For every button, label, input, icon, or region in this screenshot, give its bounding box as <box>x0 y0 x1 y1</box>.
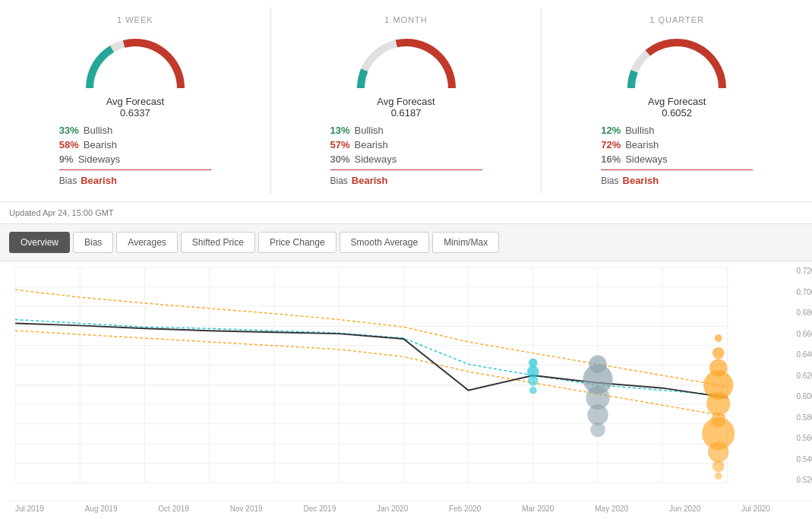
panel-1: 1 MONTH Avg Forecast0.6187 13%Bullish 57… <box>271 8 542 194</box>
gauge-svg <box>616 27 738 96</box>
svg-point-32 <box>590 422 605 438</box>
gauge-label: Avg Forecast0.6187 <box>377 96 434 119</box>
tab-price-change[interactable]: Price Change <box>258 232 336 253</box>
svg-point-37 <box>706 392 730 416</box>
stats: 13%Bullish 57%Bearish 30%Sideways BiasBe… <box>330 125 482 186</box>
panel-0: 1 WEEK Avg Forecast0.6337 33%Bullish 58%… <box>0 8 271 194</box>
svg-point-34 <box>712 347 725 359</box>
tab-minim/max[interactable]: Minim/Max <box>432 232 499 253</box>
svg-point-26 <box>528 375 539 386</box>
chart-area: 0.7200 0.7000 0.6800 0.6600 0.6400 0.620… <box>8 265 812 501</box>
updated-bar: Updated Apr 24, 15:00 GMT <box>0 202 812 224</box>
tab-bar: OverviewBiasAveragesShifted PricePrice C… <box>0 224 812 261</box>
y-axis: 0.7200 0.7000 0.6800 0.6600 0.6400 0.620… <box>778 265 812 486</box>
x-axis: Jul 2019 Aug 2019 Oct 2019 Nov 2019 Dec … <box>8 501 812 516</box>
tab-shifted-price[interactable]: Shifted Price <box>181 232 255 253</box>
gauge-label: Avg Forecast0.6052 <box>648 96 706 119</box>
panel-2: 1 QUARTER Avg Forecast0.6052 12%Bullish … <box>542 8 812 194</box>
stats: 12%Bullish 72%Bearish 16%Sideways BiasBe… <box>601 125 753 186</box>
svg-point-31 <box>587 404 608 425</box>
stats: 33%Bullish 58%Bearish 9%Sideways BiasBea… <box>59 125 211 186</box>
tab-smooth-average[interactable]: Smooth Average <box>340 232 430 253</box>
svg-point-33 <box>715 334 722 342</box>
chart-svg <box>15 265 744 486</box>
legend: Close Price 1 Week 1 Month 3 Months <box>8 516 812 519</box>
top-panels: 1 WEEK Avg Forecast0.6337 33%Bullish 58%… <box>0 0 812 202</box>
svg-point-41 <box>712 460 725 473</box>
svg-point-42 <box>715 472 722 479</box>
svg-point-27 <box>529 387 537 394</box>
svg-point-40 <box>708 441 728 462</box>
period-label: 1 QUARTER <box>649 15 704 24</box>
tab-bias[interactable]: Bias <box>73 232 113 253</box>
chart-wrapper: 0.7200 0.7000 0.6800 0.6600 0.6400 0.620… <box>0 261 812 519</box>
period-label: 1 MONTH <box>384 15 428 24</box>
period-label: 1 WEEK <box>117 15 153 24</box>
tab-overview[interactable]: Overview <box>9 232 70 253</box>
tab-averages[interactable]: Averages <box>116 232 177 253</box>
gauge-label: Avg Forecast0.6337 <box>106 96 164 119</box>
gauge-svg <box>74 27 196 96</box>
gauge-svg <box>346 27 467 96</box>
